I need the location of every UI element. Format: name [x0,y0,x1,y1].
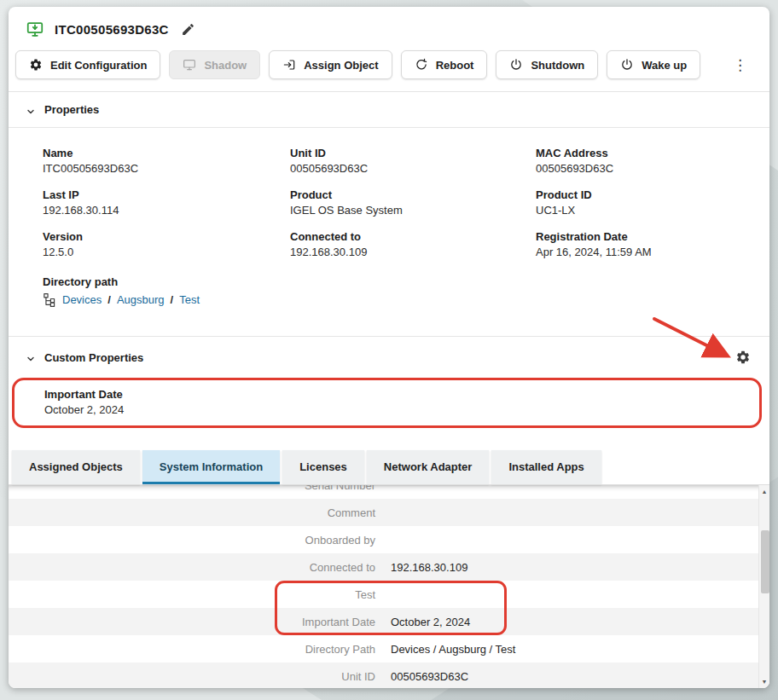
chevron-down-icon [26,352,36,362]
property-value: 192.168.30.109 [290,246,536,258]
pencil-icon [181,22,195,37]
property-value: Apr 16, 2024, 11:59 AM [536,246,752,258]
button-label: Edit Configuration [50,59,147,72]
table-row-comment: Comment [9,499,769,526]
table-row-serial-number: Serial Number [9,484,769,499]
button-label: Reboot [436,59,474,72]
tab-assigned-objects[interactable]: Assigned Objects [12,450,140,484]
assign-icon [282,58,296,72]
custom-properties-section-header[interactable]: Custom Properties [9,337,769,378]
property-label: Unit ID [290,147,536,159]
scrollbar-track[interactable] [759,498,769,675]
row-label: Unit ID [9,670,375,683]
breadcrumb: Devices / Augsburg / Test [43,292,752,307]
property-label: MAC Address [536,147,752,159]
chevron-down-icon [26,105,36,115]
tab-bar: Assigned Objects System Information Lice… [9,438,769,484]
device-header: ITC00505693D63C [9,7,769,44]
toolbar: Edit Configuration Shadow Assign Object … [9,44,769,91]
row-label: Connected to [9,561,375,574]
edit-configuration-button[interactable]: Edit Configuration [15,50,160,79]
directory-path-field: Directory path Devices / Augsburg / Test [9,260,769,336]
property-label: Last IP [43,188,290,201]
property-label: Version [43,230,290,243]
table-row-onboarded-by: Onboarded by [9,526,769,553]
shadow-button[interactable]: Shadow [169,50,260,79]
property-field-registration-date: Registration Date Apr 16, 2024, 11:59 AM [536,230,752,258]
table-row-test: Test [9,581,769,608]
tab-licenses[interactable]: Licenses [282,450,364,484]
table-row-directory-path: Directory Path Devices / Augsburg / Test [9,635,769,662]
button-label: Wake up [642,59,687,72]
property-label: Registration Date [536,230,752,243]
scrollbar-thumb[interactable] [761,530,769,593]
section-title: Custom Properties [44,351,143,364]
property-value: 192.168.30.114 [43,204,290,217]
row-value: 192.168.30.109 [391,561,467,574]
property-label: Connected to [290,230,536,243]
row-label: Test [9,588,375,601]
property-label: Directory path [43,275,752,288]
scrollbar[interactable]: ▲ ▼ [758,485,769,688]
table-row-important-date: Important Date October 2, 2024 [9,608,769,635]
properties-grid: Name ITC00505693D63C Unit ID 00505693D63… [9,128,769,260]
custom-property-value: October 2, 2024 [44,403,729,416]
assign-object-button[interactable]: Assign Object [269,50,392,79]
gear-icon [735,350,751,365]
system-information-panel: Serial Number Comment Onboarded by Conne… [9,484,769,688]
directory-tree-icon [43,292,56,307]
row-label: Onboarded by [9,534,375,547]
custom-property-label: Important Date [44,388,729,401]
gear-icon [29,58,43,72]
button-label: Shadow [204,59,247,72]
row-value: 00505693D63C [391,670,468,683]
property-field-product-id: Product ID UC1-LX [536,188,752,217]
tab-network-adapter[interactable]: Network Adapter [367,450,490,484]
property-value: 12.5.0 [43,246,290,258]
property-field-version: Version 12.5.0 [43,230,290,258]
wake-up-button[interactable]: Wake up [607,50,700,79]
scroll-down-arrow[interactable]: ▼ [762,675,768,688]
property-value: IGEL OS Base System [290,204,536,217]
row-label: Important Date [9,616,375,628]
property-field-connected-to: Connected to 192.168.30.109 [290,230,536,258]
property-field-product: Product IGEL OS Base System [290,188,536,217]
property-value: UC1-LX [536,204,752,217]
monitor-icon [183,58,196,72]
breadcrumb-link-devices[interactable]: Devices [62,293,102,306]
custom-properties-settings-button[interactable] [734,348,752,367]
property-label: Name [43,147,290,159]
scroll-up-arrow[interactable]: ▲ [762,485,768,498]
property-value: 00505693D63C [290,162,536,175]
property-field-last-ip: Last IP 192.168.30.114 [43,188,290,217]
more-actions-button[interactable]: ⋮ [726,53,754,78]
section-title: Properties [44,103,99,116]
breadcrumb-link-augsburg[interactable]: Augsburg [117,293,165,306]
device-detail-panel: ITC00505693D63C Edit Configuration Shado… [9,7,769,688]
row-value: October 2, 2024 [391,616,470,628]
button-label: Assign Object [304,59,378,72]
reboot-button[interactable]: Reboot [401,50,488,79]
property-field-name: Name ITC00505693D63C [43,147,290,175]
property-field-unit-id: Unit ID 00505693D63C [290,147,536,175]
reboot-icon [415,58,428,72]
row-value: Devices / Augsburg / Test [391,643,515,656]
properties-section: Properties Name ITC00505693D63C Unit ID … [9,92,769,336]
tab-system-information[interactable]: System Information [142,450,280,484]
breadcrumb-link-test[interactable]: Test [179,293,200,306]
row-label: Serial Number [9,484,375,492]
row-label: Comment [9,506,375,519]
property-value: 00505693D63C [536,162,752,175]
tab-installed-apps[interactable]: Installed Apps [491,450,601,484]
device-icon [26,20,44,38]
system-information-table: Serial Number Comment Onboarded by Conne… [9,484,769,688]
power-icon [620,58,634,72]
shutdown-button[interactable]: Shutdown [496,50,598,79]
properties-section-header[interactable]: Properties [9,92,769,128]
annotation-box-custom-property: Important Date October 2, 2024 [12,378,762,428]
property-label: Product ID [536,188,752,201]
custom-properties-section: Custom Properties Important Date October… [9,336,769,438]
table-row-unit-id: Unit ID 00505693D63C [9,662,769,688]
rename-device-button[interactable] [179,20,197,38]
property-label: Product [290,188,536,201]
